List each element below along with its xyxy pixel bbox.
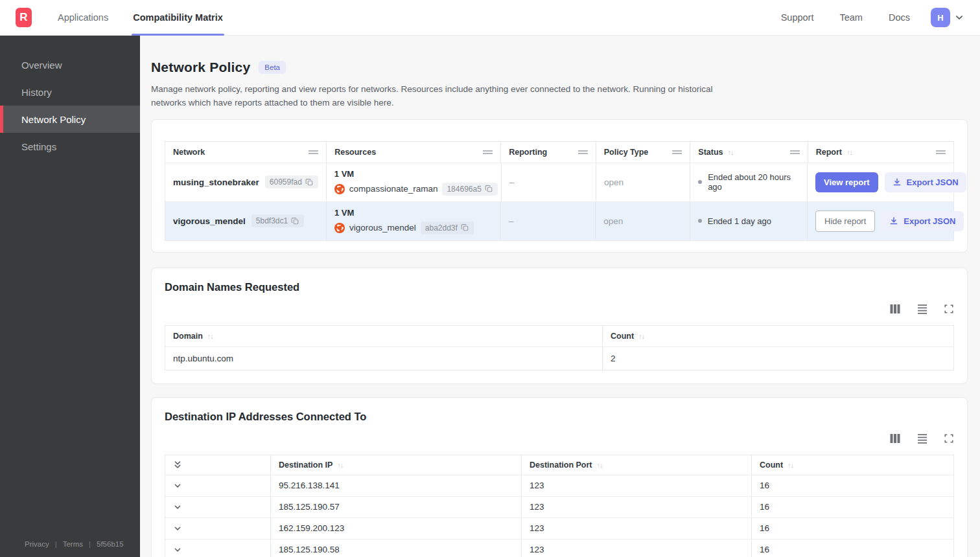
- sort-icon[interactable]: ↑↓: [597, 461, 603, 469]
- sort-icon[interactable]: ↑↓: [728, 148, 734, 156]
- expand-all-icon[interactable]: [173, 460, 182, 470]
- count-cell: 2: [603, 347, 953, 370]
- sidebar: Overview History Network Policy Settings…: [0, 36, 140, 557]
- col-header-report[interactable]: Report ↑↓: [808, 142, 953, 163]
- tab-compatibility-matrix[interactable]: Compatibility Matrix: [132, 0, 224, 36]
- networks-table-header: Network Resources Reporting Policy Type: [165, 142, 953, 163]
- export-json-button[interactable]: Export JSON: [881, 211, 963, 231]
- top-nav-tabs: Applications Compatibility Matrix: [56, 0, 246, 36]
- beta-badge: Beta: [259, 61, 286, 74]
- sort-icon[interactable]: ↑↓: [638, 332, 644, 340]
- domains-card: Domain Names Requested Domain ↑↓ Count ↑…: [151, 267, 968, 384]
- view-report-button[interactable]: View report: [815, 172, 878, 192]
- col-header-destination-port[interactable]: Destination Port ↑↓: [522, 455, 752, 475]
- destination-ip-cell: 185.125.190.57: [271, 497, 522, 517]
- terms-link[interactable]: Terms: [63, 540, 83, 548]
- column-resize-handle[interactable]: [309, 150, 318, 154]
- col-header-count[interactable]: Count ↑↓: [603, 326, 953, 347]
- avatar[interactable]: H: [931, 8, 950, 27]
- domains-table: Domain ↑↓ Count ↑↓ ntp.ubuntu.com 2: [165, 325, 954, 370]
- rows-icon[interactable]: [916, 433, 928, 444]
- top-navbar: R Applications Compatibility Matrix Supp…: [0, 0, 980, 36]
- col-header-destination-ip[interactable]: Destination IP ↑↓: [271, 455, 522, 475]
- resource-hash-badge: aba2dd3f: [421, 222, 474, 234]
- destinations-card-title: Destination IP Addresses Connected To: [165, 411, 954, 423]
- rows-icon[interactable]: [916, 303, 928, 315]
- download-icon: [892, 177, 902, 187]
- report-cell: Hide report Export JSON: [808, 202, 953, 240]
- export-json-button[interactable]: Export JSON: [885, 172, 966, 192]
- columns-icon[interactable]: [889, 303, 901, 315]
- network-hash-badge: 60959fad: [265, 176, 318, 188]
- row-expand-icon[interactable]: [173, 545, 182, 554]
- row-expand-icon[interactable]: [173, 481, 182, 490]
- build-hash: 5f56b15: [97, 540, 124, 548]
- app-logo[interactable]: R: [16, 8, 32, 27]
- fullscreen-icon[interactable]: [944, 304, 954, 314]
- destination-ip-cell: 95.216.138.141: [271, 475, 522, 496]
- link-team[interactable]: Team: [839, 12, 862, 23]
- col-header-count[interactable]: Count ↑↓: [752, 455, 953, 475]
- sidebar-item-overview[interactable]: Overview: [0, 51, 140, 78]
- col-header-policy-type[interactable]: Policy Type: [596, 142, 691, 163]
- status-dot: [698, 180, 702, 184]
- destination-row: 185.125.190.57 123 16: [165, 496, 953, 517]
- topbar-right: Support Team Docs H: [755, 8, 964, 27]
- resources-cell: 1 VM compassionate_raman 184696a5: [327, 163, 502, 201]
- sort-icon[interactable]: ↑↓: [337, 461, 343, 469]
- sort-icon[interactable]: ↑↓: [788, 461, 793, 469]
- status-dot: [698, 219, 702, 223]
- col-header-domain[interactable]: Domain ↑↓: [165, 326, 603, 347]
- copy-icon[interactable]: [305, 178, 314, 187]
- destination-ip-cell: 162.159.200.123: [271, 518, 522, 539]
- row-expand-icon[interactable]: [173, 524, 182, 533]
- sort-icon[interactable]: ↑↓: [846, 148, 852, 156]
- hide-report-button[interactable]: Hide report: [815, 210, 875, 232]
- col-header-status[interactable]: Status ↑↓: [690, 142, 808, 163]
- destination-port-cell: 123: [522, 518, 752, 539]
- column-resize-handle[interactable]: [790, 150, 800, 154]
- footer-divider: |: [55, 540, 57, 548]
- destination-row: 185.125.190.58 123 16: [165, 539, 953, 557]
- expand-all-header: [165, 455, 271, 475]
- network-name-cell: vigorous_mendel 5bdf3dc1: [165, 202, 327, 240]
- main-content: Network Policy Beta Manage network polic…: [140, 36, 980, 557]
- destinations-toolbar: [165, 433, 954, 444]
- networks-table: Network Resources Reporting Policy Type: [165, 141, 954, 241]
- sidebar-item-history[interactable]: History: [0, 78, 140, 106]
- copy-icon[interactable]: [485, 185, 493, 193]
- chevron-down-icon[interactable]: [954, 12, 964, 23]
- sidebar-footer: Privacy | Terms | 5f56b15: [0, 540, 140, 557]
- columns-icon[interactable]: [889, 433, 901, 444]
- link-support[interactable]: Support: [781, 12, 814, 23]
- link-docs[interactable]: Docs: [889, 12, 910, 23]
- resource-hash-badge: 184696a5: [442, 183, 497, 196]
- column-resize-handle[interactable]: [578, 150, 588, 154]
- domains-toolbar: [165, 303, 954, 315]
- col-header-resources[interactable]: Resources: [327, 142, 501, 163]
- privacy-link[interactable]: Privacy: [25, 540, 49, 548]
- download-icon: [889, 216, 898, 225]
- col-header-reporting[interactable]: Reporting: [501, 142, 596, 163]
- domain-cell: ntp.ubuntu.com: [165, 347, 603, 370]
- copy-icon[interactable]: [291, 217, 299, 225]
- tab-applications[interactable]: Applications: [56, 0, 110, 36]
- column-resize-handle[interactable]: [936, 150, 946, 154]
- fullscreen-icon[interactable]: [944, 433, 954, 444]
- copy-icon[interactable]: [461, 223, 469, 232]
- destination-ip-cell: 185.125.190.58: [271, 540, 522, 557]
- col-header-network[interactable]: Network: [165, 142, 327, 163]
- domains-table-header: Domain ↑↓ Count ↑↓: [165, 326, 953, 347]
- count-cell: 16: [752, 518, 953, 539]
- sort-icon[interactable]: ↑↓: [207, 332, 213, 340]
- row-expand-icon[interactable]: [173, 503, 182, 512]
- sidebar-item-network-policy[interactable]: Network Policy: [0, 106, 140, 133]
- destination-port-cell: 123: [522, 540, 752, 557]
- column-resize-handle[interactable]: [483, 150, 493, 154]
- ubuntu-icon: [334, 223, 345, 233]
- policy-type-cell: open: [596, 163, 690, 201]
- sidebar-item-settings[interactable]: Settings: [0, 133, 140, 160]
- column-resize-handle[interactable]: [672, 150, 682, 154]
- resources-cell: 1 VM vigorous_mendel aba2dd3f: [327, 202, 501, 240]
- destination-port-cell: 123: [522, 497, 752, 517]
